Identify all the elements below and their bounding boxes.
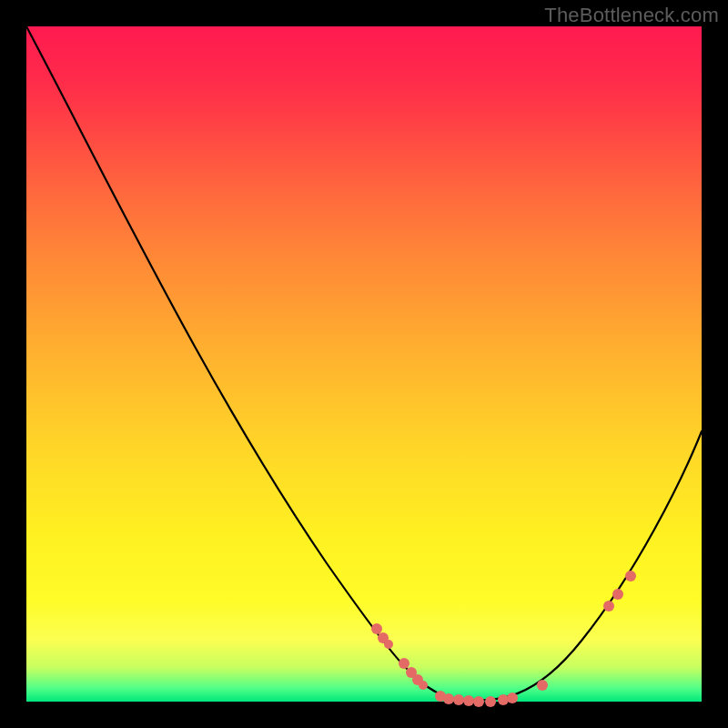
curve-marker (612, 589, 623, 600)
curve-marker (399, 658, 410, 669)
curve-marker (384, 640, 393, 649)
curve-marker (473, 696, 484, 707)
curve-marker (443, 693, 454, 704)
curve-marker (419, 681, 428, 690)
bottleneck-curve (26, 26, 702, 701)
chart-plot-area (26, 26, 702, 702)
curve-marker (485, 696, 496, 707)
curve-marker (625, 571, 636, 581)
curve-marker (463, 695, 474, 706)
chart-svg (26, 26, 702, 702)
curve-marker (498, 694, 509, 705)
curve-marker (537, 680, 548, 691)
curve-marker (603, 601, 614, 612)
curve-marker (453, 694, 464, 705)
watermark-text: TheBottleneck.com (544, 4, 719, 27)
curve-marker (371, 623, 382, 634)
curve-marker (507, 693, 518, 703)
